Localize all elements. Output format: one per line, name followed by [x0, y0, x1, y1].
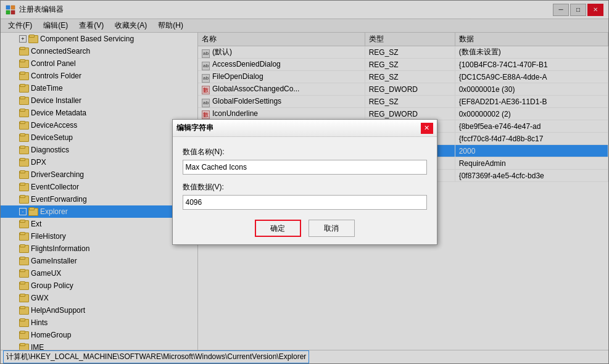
dialog-cancel-button[interactable]: 取消 [309, 220, 355, 237]
dialog-name-label: 数值名称(N): [183, 147, 427, 157]
dialog-body: 数值名称(N): 数值数据(V): 确定 取消 [173, 137, 437, 244]
dialog-title-bar: 编辑字符串 ✕ [173, 120, 437, 137]
dialog-value-input[interactable] [183, 195, 427, 210]
dialog-close-button[interactable]: ✕ [421, 123, 433, 134]
dialog-confirm-button[interactable]: 确定 [255, 220, 301, 237]
edit-string-dialog: 编辑字符串 ✕ 数值名称(N): 数值数据(V): 确定 取消 [172, 119, 437, 245]
dialog-buttons: 确定 取消 [183, 220, 427, 237]
dialog-overlay: 编辑字符串 ✕ 数值名称(N): 数值数据(V): 确定 取消 [0, 0, 609, 364]
dialog-data-label: 数值数据(V): [183, 182, 427, 192]
dialog-name-input[interactable] [183, 160, 427, 175]
dialog-title: 编辑字符串 [176, 123, 213, 133]
